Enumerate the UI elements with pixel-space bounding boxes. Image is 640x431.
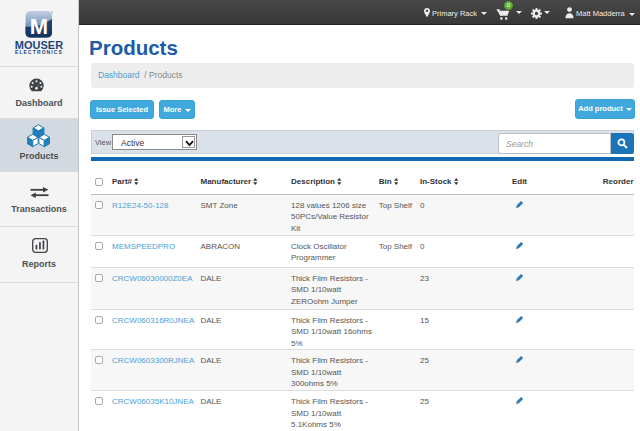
svg-text:®: ® [51, 11, 53, 15]
svg-text:M: M [30, 14, 48, 39]
